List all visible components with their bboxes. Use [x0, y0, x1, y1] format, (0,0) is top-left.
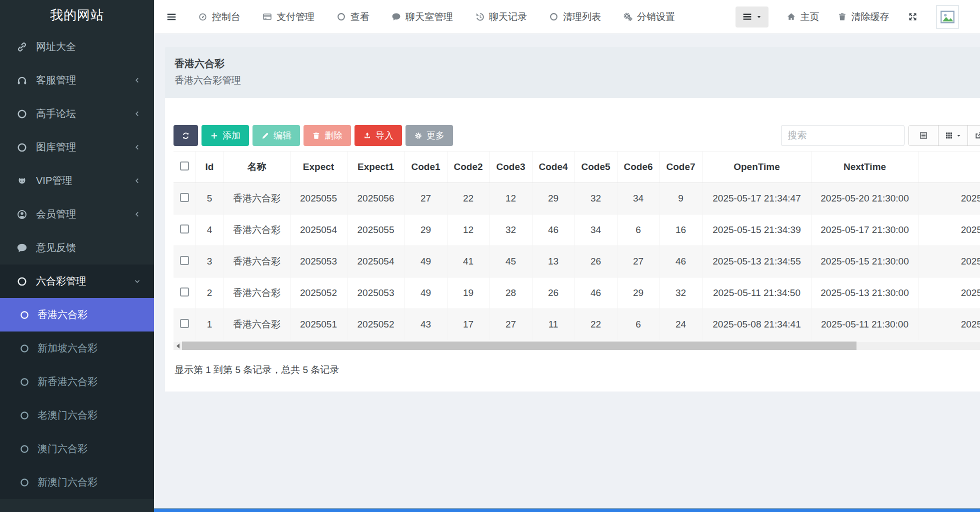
select-all-checkbox[interactable] [180, 162, 189, 170]
sidebar-subitem-label: 澳门六合彩 [38, 442, 88, 456]
history-icon [475, 12, 484, 22]
row-checkbox[interactable] [180, 224, 189, 234]
scroll-left-button[interactable] [174, 342, 182, 350]
table-cell: 2025-05-08 21:34:41 [702, 309, 812, 340]
circle-icon [20, 444, 30, 454]
home-icon [786, 12, 796, 22]
column-header[interactable]: Code6 [617, 152, 660, 183]
table-cell: 4 [196, 214, 224, 246]
export-icon [974, 131, 980, 140]
nav-item-cleanup[interactable]: 清理列表 [549, 10, 601, 24]
page-title: 香港六合彩 [174, 57, 980, 70]
sidebar-subitem-new-hongkong[interactable]: 新香港六合彩 [0, 365, 154, 398]
sidebar-subitem-new-macau[interactable]: 新澳门六合彩 [0, 466, 154, 499]
nav-item-payment[interactable]: 支付管理 [262, 10, 314, 24]
sidebar-item-vip[interactable]: VIP管理 [0, 164, 154, 198]
sidebar-item-feedback[interactable]: 意见反馈 [0, 231, 154, 264]
table-cell: 34 [574, 214, 617, 246]
sidebar-subitem-label: 香港六合彩 [38, 308, 88, 322]
table-cell: 32 [574, 183, 617, 214]
delete-button[interactable]: 删除 [304, 125, 351, 146]
bottom-bar [154, 508, 980, 512]
table-cell: 2025-05-17 21:30:00 [812, 214, 918, 246]
column-header[interactable]: Code1 [404, 152, 447, 183]
table-body: 5香港六合彩2025055202505627221229323492025-05… [174, 183, 980, 340]
broken-image-icon [939, 8, 956, 26]
menu-dropdown-button[interactable] [736, 6, 768, 28]
row-checkbox-cell [174, 309, 196, 340]
nav-item-distribution[interactable]: 分销设置 [623, 10, 675, 24]
column-header[interactable]: Code4 [532, 152, 574, 183]
table-cell: 2025- [918, 246, 980, 278]
pencil-icon [261, 132, 270, 140]
sidebar-item-forum[interactable]: 高手论坛 [0, 97, 154, 130]
export-button[interactable] [968, 126, 980, 146]
sidebar-subitem-singapore[interactable]: 新加坡六合彩 [0, 332, 154, 365]
sidebar-subitem-old-macau[interactable]: 老澳门六合彩 [0, 398, 154, 432]
site-title: 我的网站 [0, 0, 154, 30]
row-checkbox[interactable] [180, 288, 189, 296]
scrollbar-track[interactable] [182, 342, 980, 350]
row-checkbox[interactable] [180, 256, 189, 265]
sidebar-item-customer-service[interactable]: 客服管理 [0, 64, 154, 97]
column-header[interactable]: 名称 [224, 152, 290, 183]
search-input[interactable] [781, 125, 904, 146]
panel-heading: 香港六合彩 香港六合彩管理 [165, 47, 980, 98]
caret-down-icon [756, 14, 762, 20]
view-toggle-button[interactable] [909, 126, 938, 146]
table-cell: 12 [490, 183, 532, 214]
table-cell: 2025-05-11 21:30:00 [812, 309, 918, 340]
fullscreen-icon[interactable] [908, 12, 918, 22]
column-header[interactable]: Id [196, 152, 224, 183]
column-header[interactable]: Code2 [447, 152, 490, 183]
table-cell: 41 [447, 246, 490, 278]
hamburger-icon[interactable] [166, 12, 177, 22]
sidebar-item-label: 客服管理 [36, 74, 76, 87]
nav-item-dashboard[interactable]: 控制台 [198, 10, 240, 24]
add-button[interactable]: 添加 [202, 125, 249, 146]
edit-button[interactable]: 编辑 [252, 125, 300, 146]
circle-icon [336, 12, 346, 22]
import-button[interactable]: 导入 [354, 125, 402, 146]
table-row: 1香港六合彩2025051202505243172711226242025-05… [174, 309, 980, 340]
circle-icon [16, 108, 28, 120]
gear-icon [414, 132, 422, 140]
circle-icon [20, 377, 30, 387]
row-checkbox[interactable] [180, 193, 189, 202]
column-header[interactable]: Expect1 [347, 152, 404, 183]
table-cell: 9 [660, 183, 702, 214]
nav-item-chatroom[interactable]: 聊天室管理 [392, 10, 453, 24]
sidebar-group-lottery: 六合彩管理 香港六合彩 新加坡六合彩 新香港六合彩 老澳门六合彩 澳门六 [0, 264, 154, 499]
sidebar-item-urls[interactable]: 网址大全 [0, 30, 154, 64]
records-info: 显示第 1 到第 5 条记录，总共 5 条记录 [174, 364, 980, 376]
columns-button[interactable] [938, 126, 968, 146]
table-cell: 2025056 [347, 183, 404, 214]
avatar[interactable] [936, 6, 959, 28]
refresh-button[interactable] [174, 125, 198, 146]
sidebar-item-members[interactable]: 会员管理 [0, 198, 154, 231]
column-header[interactable]: Code7 [660, 152, 702, 183]
sidebar-item-lottery-management[interactable]: 六合彩管理 [0, 264, 154, 298]
delete-button-label: 删除 [324, 130, 342, 142]
more-button[interactable]: 更多 [406, 125, 453, 146]
sidebar-subitem-macau[interactable]: 澳门六合彩 [0, 432, 154, 466]
trash-icon [312, 132, 320, 140]
column-header[interactable]: Expect [290, 152, 347, 183]
sidebar-subitem-hongkong[interactable]: 香港六合彩 [0, 298, 154, 332]
column-header[interactable]: Code3 [490, 152, 532, 183]
sidebar-item-gallery[interactable]: 图库管理 [0, 130, 154, 164]
home-link[interactable]: 主页 [786, 10, 820, 24]
navbar-right: 主页 清除缓存 [736, 6, 980, 28]
table-cell: 1 [196, 309, 224, 340]
sidebar-item-label: 网址大全 [36, 40, 76, 54]
scrollbar-thumb[interactable] [182, 342, 856, 350]
row-checkbox[interactable] [180, 319, 189, 328]
column-header[interactable]: NextTime [812, 152, 918, 183]
column-header[interactable]: Code5 [574, 152, 617, 183]
chevron-down-icon [134, 278, 141, 285]
column-header[interactable]: OpenTime [702, 152, 812, 183]
chevron-left-icon [134, 177, 141, 184]
nav-item-view[interactable]: 查看 [336, 10, 370, 24]
nav-item-chatlog[interactable]: 聊天记录 [475, 10, 527, 24]
clear-cache-link[interactable]: 清除缓存 [838, 10, 890, 24]
